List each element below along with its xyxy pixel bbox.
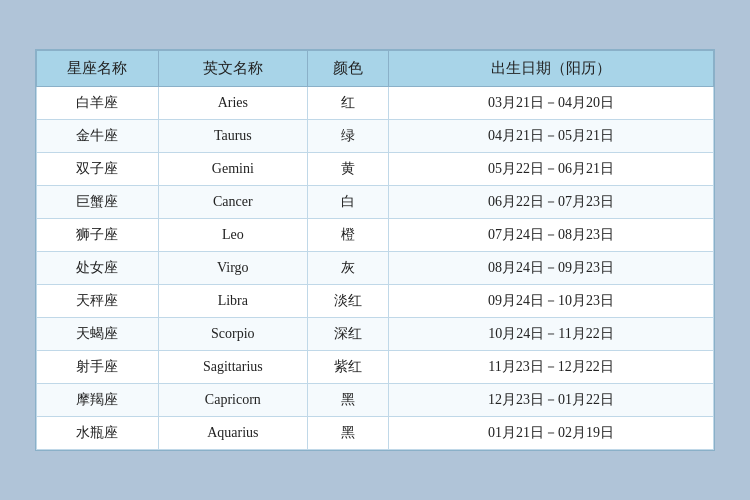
header-date: 出生日期（阳历）	[389, 51, 714, 87]
cell-chinese-name: 白羊座	[37, 87, 159, 120]
cell-chinese-name: 处女座	[37, 252, 159, 285]
zodiac-table: 星座名称 英文名称 颜色 出生日期（阳历） 白羊座Aries红03月21日－04…	[36, 50, 714, 450]
cell-chinese-name: 水瓶座	[37, 417, 159, 450]
table-header-row: 星座名称 英文名称 颜色 出生日期（阳历）	[37, 51, 714, 87]
cell-chinese-name: 天蝎座	[37, 318, 159, 351]
table-row: 摩羯座Capricorn黑12月23日－01月22日	[37, 384, 714, 417]
header-english-name: 英文名称	[158, 51, 307, 87]
cell-chinese-name: 巨蟹座	[37, 186, 159, 219]
cell-color: 灰	[307, 252, 388, 285]
table-row: 水瓶座Aquarius黑01月21日－02月19日	[37, 417, 714, 450]
cell-chinese-name: 金牛座	[37, 120, 159, 153]
cell-color: 黑	[307, 384, 388, 417]
cell-english-name: Leo	[158, 219, 307, 252]
table-row: 天秤座Libra淡红09月24日－10月23日	[37, 285, 714, 318]
cell-date: 05月22日－06月21日	[389, 153, 714, 186]
cell-color: 黄	[307, 153, 388, 186]
cell-date: 11月23日－12月22日	[389, 351, 714, 384]
cell-color: 绿	[307, 120, 388, 153]
cell-english-name: Libra	[158, 285, 307, 318]
table-row: 天蝎座Scorpio深红10月24日－11月22日	[37, 318, 714, 351]
cell-english-name: Sagittarius	[158, 351, 307, 384]
cell-english-name: Aries	[158, 87, 307, 120]
zodiac-table-container: 星座名称 英文名称 颜色 出生日期（阳历） 白羊座Aries红03月21日－04…	[35, 49, 715, 451]
cell-date: 10月24日－11月22日	[389, 318, 714, 351]
table-row: 白羊座Aries红03月21日－04月20日	[37, 87, 714, 120]
cell-chinese-name: 天秤座	[37, 285, 159, 318]
table-row: 狮子座Leo橙07月24日－08月23日	[37, 219, 714, 252]
cell-color: 黑	[307, 417, 388, 450]
cell-color: 白	[307, 186, 388, 219]
cell-english-name: Gemini	[158, 153, 307, 186]
cell-english-name: Aquarius	[158, 417, 307, 450]
cell-date: 12月23日－01月22日	[389, 384, 714, 417]
header-color: 颜色	[307, 51, 388, 87]
table-row: 巨蟹座Cancer白06月22日－07月23日	[37, 186, 714, 219]
cell-color: 淡红	[307, 285, 388, 318]
cell-chinese-name: 摩羯座	[37, 384, 159, 417]
cell-color: 紫红	[307, 351, 388, 384]
cell-english-name: Virgo	[158, 252, 307, 285]
cell-date: 08月24日－09月23日	[389, 252, 714, 285]
cell-english-name: Taurus	[158, 120, 307, 153]
cell-chinese-name: 狮子座	[37, 219, 159, 252]
cell-date: 07月24日－08月23日	[389, 219, 714, 252]
cell-english-name: Scorpio	[158, 318, 307, 351]
table-body: 白羊座Aries红03月21日－04月20日金牛座Taurus绿04月21日－0…	[37, 87, 714, 450]
cell-english-name: Capricorn	[158, 384, 307, 417]
cell-color: 红	[307, 87, 388, 120]
table-row: 双子座Gemini黄05月22日－06月21日	[37, 153, 714, 186]
table-row: 处女座Virgo灰08月24日－09月23日	[37, 252, 714, 285]
cell-date: 09月24日－10月23日	[389, 285, 714, 318]
table-row: 金牛座Taurus绿04月21日－05月21日	[37, 120, 714, 153]
cell-chinese-name: 双子座	[37, 153, 159, 186]
cell-date: 01月21日－02月19日	[389, 417, 714, 450]
cell-color: 深红	[307, 318, 388, 351]
cell-chinese-name: 射手座	[37, 351, 159, 384]
cell-english-name: Cancer	[158, 186, 307, 219]
cell-color: 橙	[307, 219, 388, 252]
table-row: 射手座Sagittarius紫红11月23日－12月22日	[37, 351, 714, 384]
cell-date: 06月22日－07月23日	[389, 186, 714, 219]
header-chinese-name: 星座名称	[37, 51, 159, 87]
cell-date: 03月21日－04月20日	[389, 87, 714, 120]
cell-date: 04月21日－05月21日	[389, 120, 714, 153]
